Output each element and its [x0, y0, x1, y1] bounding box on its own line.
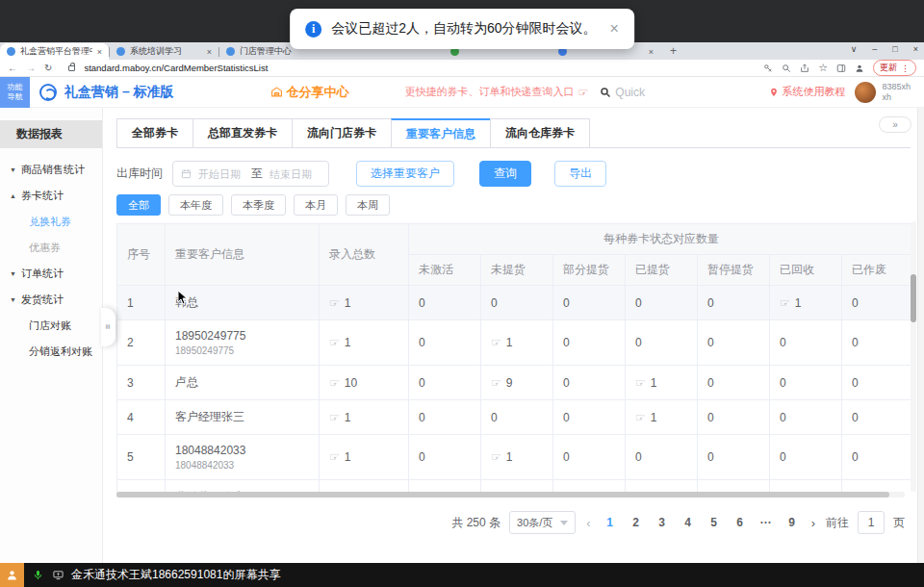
- prev-page-button[interactable]: ‹: [584, 516, 592, 530]
- page-scrollbar[interactable]: [917, 77, 924, 563]
- microphone-icon[interactable]: [33, 569, 43, 581]
- vertical-scrollbar-thumb[interactable]: [911, 274, 916, 322]
- col-header-status: 暂停提货: [698, 255, 770, 286]
- page-number[interactable]: 6: [732, 516, 749, 529]
- maximize-button[interactable]: □: [892, 44, 897, 54]
- goto-page-input[interactable]: [858, 511, 885, 534]
- zoom-icon[interactable]: [782, 64, 791, 73]
- content-tab[interactable]: 全部券卡: [116, 118, 192, 147]
- customer-cell[interactable]: 1895024977518950249775: [166, 320, 320, 366]
- side-panel-icon[interactable]: [836, 64, 846, 73]
- content-tab[interactable]: 流向仓库券卡: [490, 118, 590, 147]
- bookmark-star-icon[interactable]: ☆: [818, 62, 828, 74]
- count-cell[interactable]: ☞1: [320, 320, 409, 366]
- participant-icon[interactable]: [0, 563, 24, 587]
- page-number[interactable]: 3: [654, 516, 671, 529]
- customer-name: 韩总: [175, 294, 319, 311]
- sidebar-item[interactable]: 兑换礼券: [0, 209, 102, 235]
- count-cell[interactable]: ☞9: [481, 366, 553, 400]
- key-icon[interactable]: [763, 64, 773, 73]
- tab-close-icon[interactable]: ×: [97, 47, 102, 57]
- panel-collapse-button[interactable]: »: [879, 116, 911, 133]
- profile-icon[interactable]: [855, 64, 864, 73]
- count-cell[interactable]: ☞1: [626, 400, 698, 435]
- count-cell[interactable]: ☞1: [626, 366, 698, 400]
- sidebar-item[interactable]: 优惠券: [0, 235, 102, 261]
- page-number[interactable]: 1: [602, 516, 619, 529]
- content-tab[interactable]: 总部直发券卡: [192, 118, 292, 147]
- new-tab-button[interactable]: +: [670, 44, 677, 58]
- count-cell[interactable]: ☞1: [481, 320, 553, 366]
- select-customer-button[interactable]: 选择重要客户: [356, 161, 454, 187]
- warehouse-share-center-link[interactable]: 仓分享中心: [270, 84, 349, 101]
- count-cell[interactable]: ☞1: [320, 286, 409, 320]
- page-number[interactable]: 2: [628, 516, 645, 529]
- sidebar-item[interactable]: 分销返利对账: [0, 339, 102, 365]
- start-date-input[interactable]: [198, 168, 244, 180]
- count-cell[interactable]: ☞1: [320, 435, 409, 480]
- system-tutorial-link[interactable]: 系统使用教程: [769, 85, 845, 99]
- count-cell[interactable]: ☞10: [320, 366, 409, 400]
- page-size-select[interactable]: 30条/页: [509, 511, 576, 534]
- forward-icon[interactable]: →: [26, 63, 36, 73]
- reload-icon[interactable]: ↻: [44, 63, 52, 73]
- customer-cell[interactable]: 客户经理张三: [166, 400, 320, 435]
- quick-filter-chip[interactable]: 全部: [116, 194, 161, 216]
- user-info[interactable]: 8385xh xh: [882, 82, 911, 103]
- tab-close-icon[interactable]: ×: [207, 47, 212, 57]
- vertical-scrollbar[interactable]: [911, 221, 916, 492]
- quick-search-input[interactable]: [615, 86, 668, 99]
- count-value: 0: [780, 336, 786, 349]
- chrome-update-button[interactable]: 更新 ⋮: [873, 60, 916, 76]
- quick-filter-chip[interactable]: 本年度: [168, 194, 223, 216]
- sidebar-item[interactable]: ▼发货统计: [0, 287, 102, 313]
- query-button[interactable]: 查询: [479, 161, 531, 187]
- quick-filter-chip[interactable]: 本季度: [231, 194, 286, 216]
- tab-search-icon[interactable]: ∨: [851, 44, 858, 54]
- sidebar-item[interactable]: ▼商品销售统计: [0, 157, 102, 183]
- sidebar-item[interactable]: ▲券卡统计: [0, 183, 102, 209]
- user-avatar[interactable]: [855, 82, 876, 103]
- count-cell[interactable]: ☞1: [770, 286, 842, 320]
- browser-menu-icon[interactable]: ⋮: [901, 64, 910, 73]
- count-cell[interactable]: ☞1: [320, 400, 409, 435]
- sidebar-item[interactable]: 门店对账: [0, 313, 102, 339]
- browser-tab[interactable]: 礼盒营销平台管理中心×: [0, 43, 109, 60]
- function-nav-toggle[interactable]: 功能 导航: [0, 77, 30, 108]
- back-icon[interactable]: ←: [8, 63, 17, 73]
- url-text[interactable]: standard.maboy.cn/CardMemberStatisticsLi…: [84, 63, 268, 73]
- customer-cell[interactable]: 卢总: [166, 366, 320, 400]
- quick-filter-chip[interactable]: 本月: [294, 194, 338, 216]
- count-cell: 0: [553, 435, 626, 480]
- quick-filter-chip[interactable]: 本周: [346, 194, 390, 216]
- count-cell: 0: [842, 366, 911, 400]
- next-page-button[interactable]: ›: [809, 516, 817, 530]
- notification-close-icon[interactable]: ×: [610, 20, 619, 38]
- content-tab[interactable]: 重要客户信息: [391, 118, 490, 147]
- nav-toggle-line1: 功能: [8, 83, 23, 92]
- share-icon[interactable]: [800, 64, 809, 73]
- sidebar-collapse-handle[interactable]: ≡: [101, 308, 116, 346]
- screen-share-icon[interactable]: [52, 570, 64, 580]
- end-date-input[interactable]: [270, 168, 316, 180]
- page-number[interactable]: 9: [783, 516, 801, 529]
- count-value: 0: [563, 376, 570, 390]
- date-range-picker[interactable]: 至: [172, 161, 329, 187]
- minimize-button[interactable]: –: [872, 44, 877, 54]
- browser-tab[interactable]: 系统培训学习×: [110, 43, 218, 60]
- customer-cell[interactable]: 1804884203318048842033: [166, 435, 320, 480]
- customer-cell[interactable]: 韩总: [166, 286, 320, 320]
- count-value: 0: [491, 411, 498, 424]
- tab-close-icon[interactable]: ×: [649, 47, 654, 57]
- page-number[interactable]: 4: [680, 516, 697, 529]
- horizontal-scrollbar[interactable]: [116, 492, 905, 498]
- content-tab[interactable]: 流向门店券卡: [292, 118, 391, 147]
- close-window-button[interactable]: ×: [913, 44, 918, 54]
- quick-entry-text: 更快捷的券卡、订单和快递查询入口: [405, 85, 575, 99]
- page-number[interactable]: 5: [706, 516, 723, 529]
- horizontal-scrollbar-thumb[interactable]: [116, 492, 889, 498]
- sidebar-item[interactable]: ▼订单统计: [0, 261, 102, 287]
- count-cell: 0: [698, 435, 770, 480]
- count-cell[interactable]: ☞1: [481, 435, 553, 480]
- export-button[interactable]: 导出: [554, 161, 606, 187]
